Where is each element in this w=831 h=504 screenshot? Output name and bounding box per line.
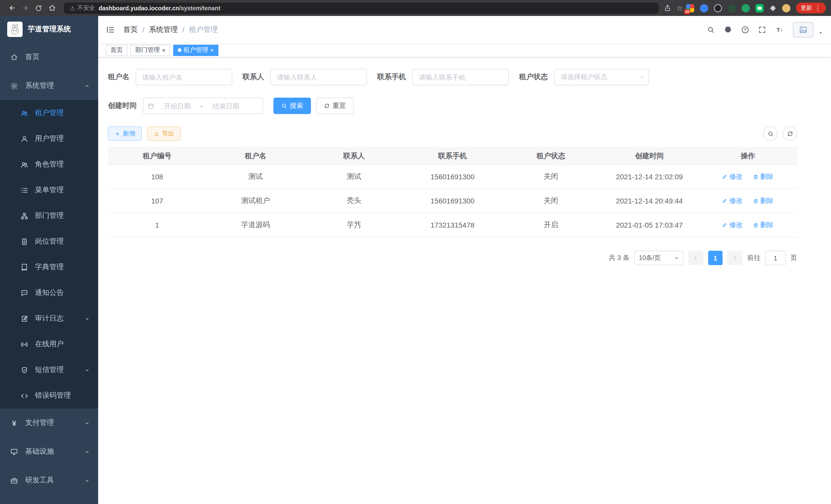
font-size-icon[interactable]: TT	[775, 25, 784, 34]
monitor-icon	[10, 448, 18, 455]
next-page-button[interactable]	[727, 251, 743, 265]
browser-menu-icon[interactable]: ⋮	[814, 4, 821, 12]
phone-input[interactable]	[412, 69, 509, 85]
extension-icon-3[interactable]	[714, 4, 722, 12]
sidebar-item-pay[interactable]: ¥ 支付管理	[0, 409, 98, 437]
page-size-select[interactable]: 10条/页	[634, 251, 684, 265]
tab-dept[interactable]: 部门管理×	[131, 45, 170, 56]
cell-actions: 修改 删除	[699, 189, 797, 213]
extensions-puzzle-icon[interactable]	[769, 4, 776, 11]
svg-text:T: T	[780, 29, 782, 32]
filter-row-1: 租户名 联系人 联系手机 租户状态 请选择租户状态	[108, 69, 797, 85]
sidebar-item-post[interactable]: 岗位管理	[0, 229, 98, 254]
sidebar-item-infra[interactable]: 基础设施	[0, 437, 98, 466]
column-header: 联系人	[305, 148, 403, 165]
date-range-picker[interactable]: -	[143, 98, 263, 114]
close-icon[interactable]: ×	[210, 47, 214, 53]
reset-button[interactable]: 重置	[316, 98, 353, 114]
extension-icon-2[interactable]	[700, 4, 708, 12]
yen-icon: ¥	[10, 418, 18, 427]
sidebar-item-errorcode[interactable]: 错误码管理	[0, 383, 98, 409]
profile-avatar[interactable]	[782, 4, 791, 12]
sidebar-item-home[interactable]: 首页	[0, 42, 98, 71]
refresh-icon	[324, 103, 330, 109]
search-icon[interactable]	[707, 25, 715, 34]
cell-id: 107	[108, 189, 206, 213]
address-bar[interactable]: ⚠ 不安全 dashboard.yudao.iocoder.cn/system/…	[64, 2, 659, 13]
sidebar-item-sms[interactable]: 短信管理	[0, 357, 98, 383]
github-icon[interactable]	[724, 25, 732, 34]
delete-link[interactable]: 删除	[753, 196, 773, 206]
sidebar-item-system[interactable]: 系统管理	[0, 71, 98, 100]
sidebar-item-online[interactable]: 在线用户	[0, 331, 98, 357]
reload-icon[interactable]	[32, 2, 45, 14]
extension-icon-1[interactable]: 10	[686, 4, 694, 12]
chevron-down-icon	[674, 255, 679, 261]
back-icon[interactable]	[5, 2, 19, 14]
sidebar-item-user[interactable]: 用户管理	[0, 126, 98, 152]
sidebar-item-notice[interactable]: 通知公告	[0, 280, 98, 306]
gear-icon	[10, 82, 18, 90]
breadcrumb-item-home[interactable]: 首页	[123, 25, 138, 34]
status-select[interactable]: 请选择租户状态	[554, 69, 649, 85]
date-separator: -	[200, 102, 203, 110]
edit-link[interactable]: 修改	[722, 220, 743, 230]
date-start-input[interactable]	[157, 102, 198, 110]
show-search-button[interactable]	[763, 126, 778, 141]
tab-label: 租户管理	[183, 46, 208, 55]
calendar-icon	[147, 102, 154, 109]
update-button[interactable]: 更新 ⋮	[796, 3, 826, 13]
add-button[interactable]: 新增	[108, 126, 142, 141]
tab-tenant[interactable]: 租户管理×	[173, 45, 219, 56]
app-frame: 芋道管理系统 首页 系统管理 租户管理 用户管理	[0, 16, 831, 504]
export-button[interactable]: 导出	[147, 126, 181, 141]
home-icon[interactable]	[45, 2, 59, 14]
main-area: 首页 / 系统管理 / 租户管理 ? TT 首页 部门	[98, 16, 831, 504]
fullscreen-icon[interactable]	[758, 25, 766, 34]
edit-link[interactable]: 修改	[722, 196, 743, 206]
tags-view: 首页 部门管理× 租户管理×	[98, 43, 831, 58]
sidebar-item-devtools[interactable]: 研发工具	[0, 466, 98, 495]
prev-page-button[interactable]	[688, 251, 704, 265]
search-button[interactable]: 搜索	[274, 98, 311, 114]
bookmark-star-icon[interactable]: ☆	[677, 4, 683, 12]
breadcrumb-item-system[interactable]: 系统管理	[149, 25, 178, 34]
app-logo[interactable]: 芋道管理系统	[0, 16, 98, 42]
delete-link[interactable]: 删除	[753, 220, 773, 230]
sidebar-item-menu[interactable]: 菜单管理	[0, 177, 98, 203]
code-icon	[21, 392, 28, 399]
user-avatar[interactable]	[793, 22, 813, 37]
refresh-table-button[interactable]	[783, 126, 797, 141]
tenant-name-input[interactable]	[136, 69, 232, 85]
contact-input[interactable]	[270, 69, 367, 85]
extension-icon-5[interactable]	[742, 4, 750, 12]
help-icon[interactable]: ?	[741, 25, 749, 34]
hamburger-icon[interactable]	[106, 25, 115, 34]
sidebar-item-tenant[interactable]: 租户管理	[0, 100, 98, 126]
warning-icon: ⚠	[70, 4, 75, 11]
cell-phone: 17321315478	[403, 213, 502, 237]
cell-phone: 15601691300	[403, 165, 502, 189]
extension-icon-4[interactable]	[728, 4, 736, 12]
cell-actions: 修改 删除	[699, 165, 797, 189]
sidebar-item-label: 角色管理	[35, 160, 64, 169]
sidebar-item-role[interactable]: 角色管理	[0, 152, 98, 177]
extension-icon-6[interactable]	[755, 4, 764, 12]
tab-home[interactable]: 首页	[106, 45, 127, 56]
sidebar-item-dict[interactable]: 字典管理	[0, 254, 98, 280]
sidebar-item-auditlog[interactable]: 审计日志	[0, 306, 98, 331]
date-end-input[interactable]	[205, 102, 247, 110]
home-icon	[10, 53, 18, 61]
caret-down-icon[interactable]	[818, 30, 823, 35]
share-icon[interactable]	[664, 4, 671, 11]
breadcrumb: 首页 / 系统管理 / 租户管理	[123, 25, 218, 34]
book-icon	[21, 263, 28, 271]
forward-icon[interactable]	[19, 2, 32, 14]
goto-page-input[interactable]	[765, 251, 786, 265]
close-icon[interactable]: ×	[162, 47, 166, 53]
security-warning[interactable]: ⚠ 不安全	[70, 4, 95, 12]
edit-link[interactable]: 修改	[722, 172, 743, 181]
sidebar-item-dept[interactable]: 部门管理	[0, 203, 98, 229]
delete-link[interactable]: 删除	[753, 172, 773, 181]
page-number-1[interactable]: 1	[708, 251, 722, 265]
